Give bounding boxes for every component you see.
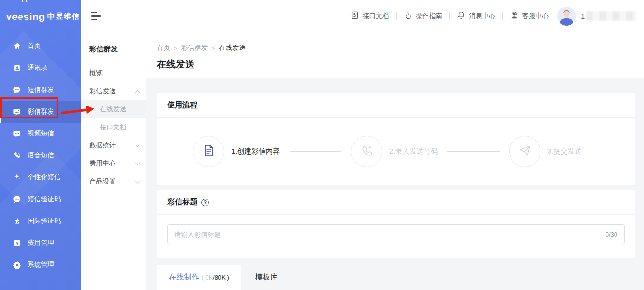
submenu-item-label: 费用中心 xyxy=(89,159,116,168)
topbar-api-doc-link[interactable]: 接口文档 xyxy=(350,11,389,21)
step-circle xyxy=(351,136,382,167)
svg-text:¥: ¥ xyxy=(16,241,19,246)
sidebar-item-label: 短信群发 xyxy=(28,86,54,94)
flow-step-label: 3.提交发送 xyxy=(548,147,582,156)
tab-label: 模板库 xyxy=(255,272,278,282)
flow-connector xyxy=(447,151,499,152)
breadcrumb-section[interactable]: 彩信群发 xyxy=(181,44,208,52)
primary-nav: 首页 通讯录 SMS 短信群发 彩信群发 xyxy=(0,35,81,276)
paper-plane-icon xyxy=(518,144,532,160)
sidebar-item-label: 费用管理 xyxy=(28,239,54,247)
step-circle xyxy=(193,136,224,167)
contacts-icon xyxy=(12,64,21,73)
sidebar-item-personalized-sms[interactable]: 个性化短信 xyxy=(0,166,81,188)
sidebar-item-mms-bulk[interactable]: 彩信群发 xyxy=(0,101,81,123)
brand-name-cn: 中昱维信 xyxy=(47,12,80,22)
customer-service-icon xyxy=(510,11,519,21)
mms-title-card-title: 彩信标题 xyxy=(167,197,198,207)
topbar-link-label: 消息中心 xyxy=(469,12,495,20)
sidebar-item-intl-code[interactable]: 国际验证码 xyxy=(0,210,81,232)
mms-title-card-header: 彩信标题 ? xyxy=(157,190,635,215)
svg-text:SMS: SMS xyxy=(15,88,19,91)
submenu-item-product-settings[interactable]: 产品设置 xyxy=(81,173,146,191)
step-circle xyxy=(509,136,540,167)
divider xyxy=(396,12,397,20)
submenu-item-billing[interactable]: 费用中心 xyxy=(81,155,146,173)
sidebar-item-label: 短信验证码 xyxy=(28,195,61,203)
editor-tabs: 在线制作 ( 0K /80K ) 模板库 xyxy=(157,265,635,290)
topbar-link-label: 操作指南 xyxy=(416,12,442,20)
mms-title-card: 彩信标题 ? 0/30 xyxy=(157,190,635,258)
sidebar-item-voice-sms[interactable]: 语音短信 xyxy=(0,145,81,166)
sidebar-item-sms-bulk[interactable]: SMS 短信群发 xyxy=(0,79,81,101)
document-icon xyxy=(201,144,216,160)
submenu-item-online-send[interactable]: 在线发送 xyxy=(81,100,146,118)
mms-title-input[interactable] xyxy=(174,231,600,238)
sidebar-item-label: 系统管理 xyxy=(28,261,54,269)
breadcrumb-home[interactable]: 首页 xyxy=(157,44,170,52)
breadcrumb-separator: > xyxy=(212,45,216,52)
chevron-down-icon xyxy=(135,142,140,147)
sidebar-item-label: 个性化短信 xyxy=(28,173,61,182)
submenu-item-overview[interactable]: 概览 xyxy=(81,64,146,82)
secondary-sidebar-title: 彩信群发 xyxy=(81,32,146,54)
submenu-item-label: 产品设置 xyxy=(89,177,116,186)
sidebar-item-sms-code[interactable]: sim 短信验证码 xyxy=(0,188,81,210)
tab-size-total: /80K ) xyxy=(213,274,229,281)
sidebar-item-label: 首页 xyxy=(28,42,41,50)
top-bar: 接口文档 操作指南 消息中心 客服中心 xyxy=(81,0,644,32)
sidebar-item-contacts[interactable]: 通讯录 xyxy=(0,57,81,79)
sms-code-icon: sim xyxy=(12,195,21,204)
sidebar-item-label: 通讯录 xyxy=(28,64,47,72)
flow-step-3: 3.提交发送 xyxy=(509,136,582,167)
phone-call-icon xyxy=(360,144,374,160)
brand-logo[interactable]: veesing 中昱维信 xyxy=(0,0,81,33)
chevron-up-icon xyxy=(135,90,140,95)
divider xyxy=(502,12,503,20)
collapse-menu-icon[interactable] xyxy=(91,12,101,20)
submenu-item-label: 数据统计 xyxy=(89,141,116,150)
tab-label: 在线制作 xyxy=(169,272,199,282)
usage-flow-steps: 1.创建彩信内容 2.录入发送号码 xyxy=(157,118,635,185)
submenu-item-mms-send[interactable]: 彩信发送 xyxy=(81,82,146,100)
tab-online-editor[interactable]: 在线制作 ( 0K /80K ) xyxy=(157,265,241,290)
system-gear-icon xyxy=(12,261,21,270)
submenu-item-api-doc[interactable]: 接口文档 xyxy=(81,118,146,136)
sidebar-item-label: 语音短信 xyxy=(28,151,54,160)
page-title: 在线发送 xyxy=(157,58,644,71)
sidebar-item-label: 彩信群发 xyxy=(28,107,54,116)
page-header: 首页 > 彩信群发 > 在线发送 在线发送 xyxy=(146,32,644,78)
topbar-link-label: 客服中心 xyxy=(522,12,549,20)
mms-title-input-wrap: 0/30 xyxy=(167,224,625,244)
topbar-link-label: 接口文档 xyxy=(362,12,389,20)
flow-connector xyxy=(290,151,341,152)
topbar-service-link[interactable]: 客服中心 xyxy=(510,11,549,21)
help-icon[interactable]: ? xyxy=(201,199,209,206)
bell-icon xyxy=(457,11,465,21)
personalized-sms-icon xyxy=(12,173,21,182)
sidebar-item-home[interactable]: 首页 xyxy=(0,35,81,57)
sidebar-item-video-sms[interactable]: 视频短信 xyxy=(0,123,81,145)
submenu-item-label: 彩信发送 xyxy=(89,87,116,96)
user-phone[interactable]: 1 xyxy=(581,11,636,21)
sidebar-item-system-management[interactable]: 系统管理 xyxy=(0,254,81,276)
sidebar-item-label: 视频短信 xyxy=(28,129,54,138)
sidebar-item-fee-management[interactable]: ¥ 费用管理 xyxy=(0,232,81,254)
tab-template-library[interactable]: 模板库 xyxy=(241,265,292,290)
breadcrumb-separator: > xyxy=(174,45,178,52)
user-phone-visible: 1 xyxy=(581,12,585,20)
submenu-item-stats[interactable]: 数据统计 xyxy=(81,136,146,155)
signal-arc-icon xyxy=(22,0,27,2)
top-bar-right: 接口文档 操作指南 消息中心 客服中心 xyxy=(350,7,644,26)
topbar-messages-link[interactable]: 消息中心 xyxy=(457,11,495,21)
user-phone-redacted xyxy=(586,11,636,21)
mms-title-input-row: 0/30 xyxy=(167,224,625,244)
breadcrumb-current: 在线发送 xyxy=(219,44,246,52)
chevron-down-icon xyxy=(135,178,140,183)
topbar-guide-link[interactable]: 操作指南 xyxy=(404,11,442,21)
mms-bubble-icon xyxy=(12,107,21,116)
sidebar-item-label: 国际验证码 xyxy=(28,217,61,225)
user-avatar[interactable] xyxy=(557,7,576,26)
usage-flow-card-title: 使用流程 xyxy=(157,93,635,118)
divider xyxy=(449,12,450,20)
